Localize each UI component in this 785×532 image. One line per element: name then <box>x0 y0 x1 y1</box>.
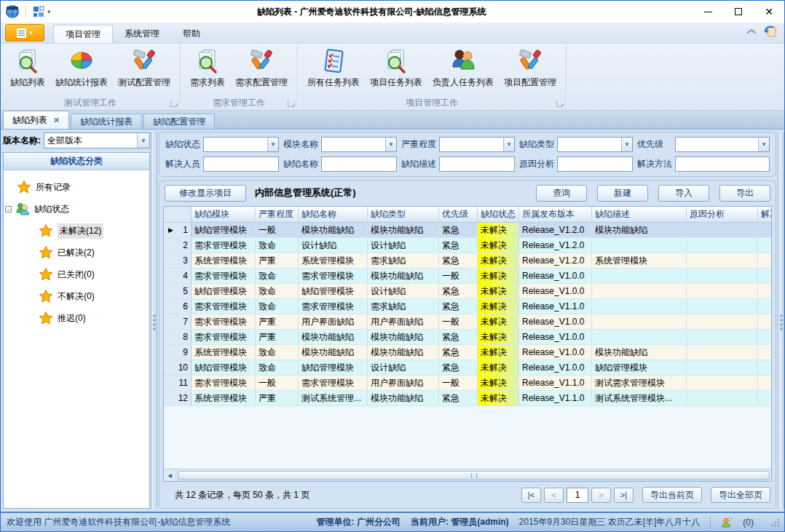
version-dropdown[interactable]: 全部版本 ▼ <box>44 132 150 148</box>
cell-优先级[interactable]: 紧急 <box>439 253 478 268</box>
cell-解决方法[interactable] <box>758 314 771 329</box>
column-header-5[interactable]: 缺陷状态 <box>478 207 519 222</box>
cell-原因分析[interactable] <box>687 345 758 360</box>
collapse-expander-icon[interactable]: – <box>5 206 12 213</box>
cell-解决方法[interactable] <box>758 253 771 268</box>
layout-tiles-icon[interactable] <box>32 6 45 17</box>
cell-原因分析[interactable] <box>687 253 758 268</box>
column-header-6[interactable]: 所属发布版本 <box>519 207 592 222</box>
row-selector[interactable]: 8 <box>164 330 192 344</box>
cell-优先级[interactable]: 紧急 <box>439 360 478 375</box>
ribbon-tab-project-management[interactable]: 项目管理 <box>53 25 113 43</box>
cell-缺陷状态[interactable]: 未解决 <box>478 314 519 329</box>
filter-dropdown[interactable]: ▼ <box>321 137 397 152</box>
cell-原因分析[interactable] <box>687 284 758 298</box>
cell-缺陷名称[interactable]: 缺陷管理模块 <box>299 360 368 375</box>
application-menu-button[interactable]: ▾ <box>5 24 44 41</box>
dialog-launcher-icon[interactable] <box>288 100 294 107</box>
last-page-button[interactable]: >| <box>614 488 634 503</box>
chevron-down-icon[interactable]: ▼ <box>503 138 514 151</box>
filter-input[interactable] <box>203 156 279 172</box>
cell-严重程度[interactable]: 严重 <box>256 314 299 329</box>
row-selector[interactable]: 2 <box>164 238 192 253</box>
cell-优先级[interactable]: 紧急 <box>439 391 478 405</box>
cell-所属发布版本[interactable]: Release_V1.0.0 <box>519 330 592 344</box>
row-selector[interactable]: 5 <box>164 284 192 298</box>
cell-缺陷模块[interactable]: 系统管理模块 <box>192 345 256 360</box>
cell-解决方法[interactable] <box>758 391 771 405</box>
cell-缺陷类型[interactable]: 设计缺陷 <box>368 284 439 298</box>
chevron-down-icon[interactable]: ▼ <box>385 138 396 151</box>
cell-严重程度[interactable]: 致命 <box>256 360 299 375</box>
scrollbar-thumb[interactable] <box>178 471 770 480</box>
filter-dropdown[interactable]: ▼ <box>439 137 515 152</box>
cell-缺陷模块[interactable]: 需求管理模块 <box>192 314 256 329</box>
table-row[interactable]: 9系统管理模块致命模块功能缺陷模块功能缺陷紧急未解决Release_V1.0.0… <box>164 345 771 360</box>
row-selector[interactable]: 7 <box>164 314 192 329</box>
cell-缺陷名称[interactable]: 模块功能缺陷 <box>299 345 368 360</box>
scroll-left-icon[interactable]: ◀ <box>164 469 176 481</box>
cell-所属发布版本[interactable]: Release_V1.1.0 <box>519 376 592 390</box>
cell-缺陷模块[interactable]: 系统管理模块 <box>192 391 256 405</box>
cell-严重程度[interactable]: 致命 <box>256 238 299 253</box>
cell-缺陷类型[interactable]: 模块功能缺陷 <box>368 345 439 360</box>
cell-优先级[interactable]: 紧急 <box>439 330 478 344</box>
next-page-button[interactable]: > <box>591 488 611 503</box>
cell-缺陷描述[interactable] <box>592 330 687 344</box>
cell-原因分析[interactable] <box>687 391 758 405</box>
modify-columns-button[interactable]: 修改显示项目 <box>165 185 246 202</box>
cell-所属发布版本[interactable]: Release_V1.0.0 <box>519 284 592 298</box>
requirement-list-button[interactable]: 需求列表 <box>185 46 230 90</box>
table-row[interactable]: ▶1缺陷管理模块一般模块功能缺陷模块功能缺陷紧急未解决Release_V1.2.… <box>164 223 771 238</box>
cell-缺陷描述[interactable]: 模块功能缺陷 <box>592 345 687 360</box>
cell-原因分析[interactable] <box>687 223 758 237</box>
export-button[interactable]: 导出 <box>719 185 770 202</box>
tree-item-2[interactable]: 未解决(12) <box>5 220 148 242</box>
requirement-config-button[interactable]: 需求配置管理 <box>230 46 293 90</box>
table-row[interactable]: 11需求管理模块一般需求管理模块用户界面缺陷一般未解决Release_V1.1.… <box>164 376 771 391</box>
cell-原因分析[interactable] <box>687 330 758 344</box>
cell-缺陷名称[interactable]: 需求管理模块 <box>299 376 368 390</box>
column-header-0[interactable]: 缺陷模块 <box>192 207 256 222</box>
cell-严重程度[interactable]: 严重 <box>256 391 299 405</box>
cell-缺陷类型[interactable]: 模块功能缺陷 <box>368 330 439 344</box>
new-button[interactable]: 新建 <box>597 185 648 202</box>
chevron-down-icon[interactable]: ▼ <box>758 138 769 151</box>
cell-缺陷类型[interactable]: 模块功能缺陷 <box>368 269 439 283</box>
cell-严重程度[interactable]: 致命 <box>256 284 299 298</box>
column-header-7[interactable]: 缺陷描述 <box>592 207 687 222</box>
cell-所属发布版本[interactable]: Release_V1.2.0 <box>519 238 592 253</box>
cell-缺陷模块[interactable]: 需求管理模块 <box>192 330 256 344</box>
cell-缺陷描述[interactable]: 系统管理模块 <box>592 253 687 268</box>
project-tasks-button[interactable]: 项目任务列表 <box>365 46 427 90</box>
row-selector[interactable]: 11 <box>164 376 192 390</box>
doc-tab-defect-list[interactable]: 缺陷列表 ✕ <box>3 111 69 129</box>
row-selector[interactable]: 3 <box>164 253 192 268</box>
cell-原因分析[interactable] <box>687 376 758 390</box>
cell-原因分析[interactable] <box>687 299 758 314</box>
cell-缺陷名称[interactable]: 需求管理模块 <box>299 269 368 283</box>
row-selector[interactable]: 9 <box>164 345 192 360</box>
cell-缺陷状态[interactable]: 未解决 <box>478 284 519 298</box>
cell-缺陷名称[interactable]: 缺陷管理模块 <box>299 284 368 298</box>
right-splitter[interactable] <box>778 132 784 509</box>
cell-缺陷模块[interactable]: 缺陷管理模块 <box>192 223 256 237</box>
cell-优先级[interactable]: 紧急 <box>439 345 478 360</box>
cell-缺陷类型[interactable]: 用户界面缺陷 <box>368 314 439 329</box>
query-button[interactable]: 查询 <box>536 185 587 202</box>
cell-缺陷描述[interactable]: 测试需求管理模块 <box>592 376 687 390</box>
cell-缺陷名称[interactable]: 模块功能缺陷 <box>299 330 368 344</box>
cell-缺陷模块[interactable]: 需求管理模块 <box>192 269 256 283</box>
page-input[interactable] <box>567 488 588 503</box>
cell-所属发布版本[interactable]: Release_V1.1.0 <box>519 299 592 314</box>
cell-缺陷模块[interactable]: 缺陷管理模块 <box>192 284 256 298</box>
filter-input[interactable] <box>321 156 397 172</box>
cell-缺陷状态[interactable]: 未解决 <box>478 330 519 344</box>
defect-list-button[interactable]: 缺陷列表 <box>5 46 50 90</box>
column-header-9[interactable]: 解决方法 <box>758 207 771 222</box>
cell-缺陷名称[interactable]: 需求管理模块 <box>299 299 368 314</box>
cell-严重程度[interactable]: 致命 <box>256 299 299 314</box>
table-row[interactable]: 7需求管理模块严重用户界面缺陷用户界面缺陷一般未解决Release_V1.0.0 <box>164 314 771 330</box>
cell-缺陷描述[interactable]: 缺陷管理模块 <box>592 360 687 375</box>
collapse-ribbon-icon[interactable] <box>746 28 757 35</box>
